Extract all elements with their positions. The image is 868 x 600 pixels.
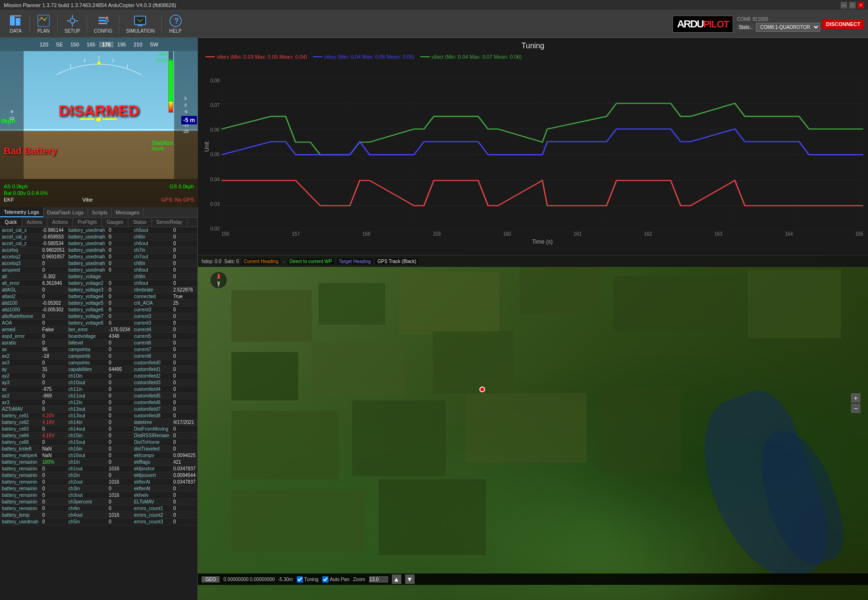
subtab-quick[interactable]: Quick	[0, 218, 22, 227]
current-heading-btn[interactable]: Current Heading	[242, 258, 280, 265]
minimize-button[interactable]: ─	[841, 2, 847, 9]
cell-name3: ch9in	[132, 274, 171, 280]
table-row: battery_cell1 4.20V ch13out 0 customfiel…	[0, 413, 197, 419]
logo-area: ARDUPILOT COM8 921600 Stats.. COM8:1-QUA…	[673, 16, 864, 33]
x-163: 163	[715, 231, 723, 237]
toolbar-simulation[interactable]: SIMULATION	[121, 12, 159, 35]
table-row: battery_usedmah 0 ch5in 0 errors_count3 …	[0, 519, 197, 525]
chart-legend: vibex (Min: 0.03 Max: 0.05 Mean: 0.04) v…	[198, 52, 868, 62]
cell-name3: ch8out	[132, 267, 171, 274]
hud-status-row-1: AS 0.0kph GS 0.0kph	[4, 184, 194, 189]
cell-name: aspd_error	[0, 333, 40, 340]
y-0.03: 0.03	[211, 202, 220, 207]
bad-battery-text: Bad Battery	[4, 146, 57, 156]
cell-name2: ch11in	[67, 386, 107, 393]
app-title: Mission Planner 1.3.72 build 1.3.7463.24…	[4, 2, 841, 8]
cell-name2: ch10in	[67, 373, 107, 379]
subtab-actions2[interactable]: Actions	[47, 218, 73, 227]
subtab-actions[interactable]: Actions	[22, 218, 48, 227]
disconnect-button[interactable]: DISCONNECT	[822, 19, 864, 29]
cell-name: altasl2	[0, 293, 40, 300]
cell-val3: 0	[171, 340, 197, 346]
cell-val3: 0.0094544	[171, 472, 197, 479]
zoom-in-button[interactable]: +	[851, 393, 860, 403]
table-row: altasl2 0 battery_voltage4 0 connected T…	[0, 293, 197, 300]
toolbar-help[interactable]: ? HELP	[164, 12, 187, 35]
cell-name2: ch1in	[67, 459, 107, 466]
cell-val3: 2.522876	[171, 287, 197, 293]
zoom-out-button[interactable]: −	[851, 404, 860, 413]
cell-name3: datetime	[132, 419, 171, 426]
cell-val: 0	[40, 439, 66, 446]
subtab-servo-relay[interactable]: Servo/Relay	[152, 218, 187, 227]
plan-label: PLAN	[37, 28, 50, 34]
cell-val3: 0.0094025	[171, 452, 197, 459]
com-port-select[interactable]: COM8:1-QUADROTOR	[756, 23, 820, 32]
cell-val3: 0	[171, 254, 197, 260]
tab-messages[interactable]: Messages	[112, 207, 143, 217]
cell-name2: ch2out	[67, 479, 107, 485]
cell-val: 0	[40, 485, 66, 492]
cell-name2: ch1out	[67, 466, 107, 472]
gps-track-btn[interactable]: GPS Track (Black)	[375, 258, 418, 265]
compass-195: 195	[117, 42, 126, 47]
cell-name: battery_cell2	[0, 419, 40, 426]
zoom-input[interactable]	[369, 576, 388, 582]
toolbar-data[interactable]: DATA	[4, 12, 27, 35]
cell-name3: current3	[132, 320, 171, 326]
tab-dataflash-logs[interactable]: DataFlash Logs	[44, 207, 88, 217]
toolbar-setup[interactable]: SETUP	[60, 12, 85, 35]
chart-svg-container	[221, 78, 863, 231]
cell-name3: distTraveled	[132, 446, 171, 452]
target-heading-btn[interactable]: Target Heading	[337, 258, 373, 265]
stats-button[interactable]: Stats..	[737, 24, 754, 30]
cell-name3: ch6in	[132, 234, 171, 240]
coords-display: 0.00000000 0.00000000 -5.30m	[223, 577, 292, 582]
auto-pan-checkbox[interactable]	[322, 576, 328, 582]
cell-name: accel_cal_y	[0, 234, 40, 240]
cell-name2: ch16out	[67, 452, 107, 459]
zoom-increment[interactable]: ▲	[392, 574, 401, 584]
table-row: battery_cell3 0 ch14out 0 DistFromMoving…	[0, 426, 197, 432]
field-6	[747, 269, 841, 338]
hud-compass: 120 SE 150 165 176 195 210 SW	[0, 38, 198, 51]
cell-val3: 0	[171, 492, 197, 499]
toolbar-plan[interactable]: PLAN	[32, 12, 55, 35]
table-row: battery_kmleft NaN ch16in 0 distTraveled…	[0, 446, 197, 452]
cell-val2: 0	[107, 452, 132, 459]
svg-marker-26	[97, 61, 101, 64]
cell-val3: 0	[171, 519, 197, 525]
cell-val: 0	[40, 512, 66, 519]
maximize-button[interactable]: □	[849, 2, 856, 9]
subtab-preflight[interactable]: PreFlight	[73, 218, 102, 227]
cell-name3: climbrate	[132, 287, 171, 293]
cell-name: az3	[0, 399, 40, 406]
cell-val2: 0	[107, 472, 132, 479]
data-label: DATA	[9, 28, 21, 34]
cell-val: -0.580534	[40, 240, 66, 247]
cell-name3: ch5out	[132, 227, 171, 234]
close-button[interactable]: ✕	[858, 2, 864, 9]
cell-name3: errors_count1	[132, 505, 171, 512]
tab-scripts[interactable]: Scripts	[88, 207, 112, 217]
table-row: az -975 ch11in 0 customfield4 0 esc6_vol…	[0, 386, 197, 393]
tab-telemetry-logs[interactable]: Telemetry Logs	[0, 207, 44, 217]
map-heading-bar: hdop: 0.0 Sats: 0 Current Heading - Dire…	[198, 256, 868, 267]
subtab-gauges[interactable]: Gauges	[102, 218, 128, 227]
cell-val3: 0	[171, 413, 197, 419]
cell-name3: ekfterAt	[132, 479, 171, 485]
table-row: altAGL 0 battery_voltage3 0 climbrate 2.…	[0, 287, 197, 293]
geo-button[interactable]: GEO	[202, 576, 220, 582]
toolbar-config[interactable]: CONFIG	[89, 12, 117, 35]
cell-val: 0	[40, 472, 66, 479]
cell-name3: ch9out	[132, 280, 171, 287]
cell-name: ay3	[0, 379, 40, 386]
zoom-decrement[interactable]: ▼	[405, 574, 415, 584]
cell-name3: ch7out	[132, 254, 171, 260]
alt-mark-0: 0	[184, 102, 187, 108]
cell-name2: ch16in	[67, 446, 107, 452]
compass-165: 165	[87, 42, 95, 47]
subtab-status[interactable]: Status	[128, 218, 151, 227]
tuning-checkbox[interactable]	[297, 576, 303, 582]
direct-wp-btn[interactable]: Direct to current WP	[288, 258, 334, 265]
